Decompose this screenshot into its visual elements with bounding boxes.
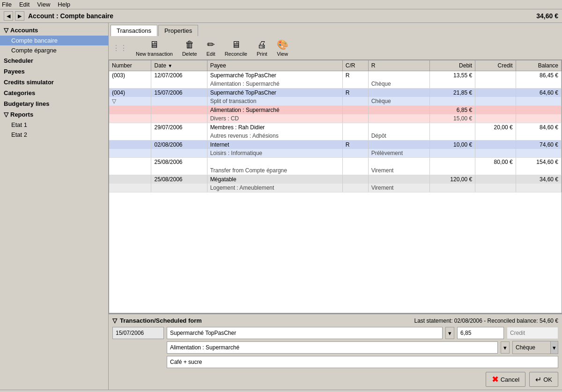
table-cell: Alimentation : Supermarché [207, 80, 342, 89]
table-cell [109, 114, 151, 123]
sidebar-item-etat2[interactable]: Etat 2 [0, 130, 108, 140]
print-icon: 🖨 [257, 39, 266, 50]
table-row[interactable]: Logement : AmeublementVirement [109, 184, 562, 192]
sidebar-payees[interactable]: Payees [0, 66, 108, 77]
table-row[interactable]: Alimentation : SupermarchéChèque [109, 80, 562, 89]
table-row[interactable]: Transfer from Compte épargneVirement [109, 166, 562, 175]
page-title: Account : Compte bancaire [28, 12, 536, 20]
menu-help[interactable]: Help [58, 1, 70, 8]
table-cell: 10,00 € [429, 141, 475, 149]
table-cell [475, 71, 516, 80]
tabs: Transactions Properties [109, 23, 562, 36]
table-cell: 84,60 € [516, 123, 561, 132]
table-cell [368, 106, 429, 115]
nav-back-button[interactable]: ◀ [4, 11, 13, 21]
menu-view[interactable]: View [37, 1, 50, 8]
table-row[interactable]: Autres revenus : AdhésionsDépôt [109, 132, 562, 141]
table-row[interactable]: Loisirs : InformatiquePrélèvement [109, 149, 562, 158]
table-cell [429, 97, 475, 106]
category-input[interactable] [167, 341, 498, 354]
credit-input[interactable] [507, 327, 558, 339]
main-layout: ▽ Accounts Compte bancaire Compte épargn… [0, 23, 562, 390]
table-cell: 74,60 € [516, 141, 561, 149]
cancel-button[interactable]: ✖ Cancel [486, 372, 525, 387]
table-cell [475, 97, 516, 106]
payee-input[interactable] [167, 327, 443, 339]
col-date[interactable]: Date ▼ [151, 60, 207, 71]
table-row[interactable]: 29/07/2006Membres : Rah Didier20,00 €84,… [109, 123, 562, 132]
titlebar-nav: ◀ ▶ [4, 11, 24, 21]
reconcile-label: Reconcile [225, 51, 247, 57]
menubar: File Edit View Help [0, 0, 562, 9]
payment-method-dropdown-arrow[interactable]: ▾ [550, 341, 558, 354]
table-cell [475, 114, 516, 123]
table-cell [475, 149, 516, 158]
table-cell: Dépôt [368, 132, 429, 141]
sidebar-item-compte-bancaire[interactable]: Compte bancaire [0, 36, 108, 45]
table-row[interactable]: 25/08/200680,00 €154,60 € [109, 158, 562, 167]
reconcile-button[interactable]: 🖥 Reconcile [222, 38, 250, 58]
view-button[interactable]: 🎨 View [274, 38, 291, 58]
payment-method-container: ▾ [512, 341, 558, 354]
table-cell: 12/07/2006 [151, 71, 207, 80]
print-label: Print [257, 51, 267, 57]
tab-properties[interactable]: Properties [158, 25, 198, 36]
table-cell [516, 114, 561, 123]
edit-button[interactable]: ✏ Edit [204, 38, 218, 58]
sidebar-categories[interactable]: Categories [0, 88, 108, 98]
sidebar-credits-simulator[interactable]: Credits simulator [0, 77, 108, 88]
table-cell: Internet [207, 141, 342, 149]
table-cell: 02/08/2006 [151, 141, 207, 149]
new-transaction-button[interactable]: 🖥 New transaction [133, 38, 176, 58]
table-row[interactable]: ▽Split of transactionChèque [109, 97, 562, 106]
table-cell [109, 175, 151, 184]
sidebar-section-reports[interactable]: ▽ Reports [0, 109, 108, 120]
col-debit: Debit [429, 60, 475, 71]
table-cell [109, 166, 151, 175]
table-cell [475, 80, 516, 89]
transactions-table-container[interactable]: Number Date ▼ Payee C/R R Debit Credit B… [109, 60, 562, 313]
table-row[interactable]: (004)15/07/2006Supermarché TopPasCherR21… [109, 89, 562, 97]
payee-dropdown-arrow[interactable]: ▾ [445, 327, 454, 339]
table-cell [109, 123, 151, 132]
table-cell [109, 184, 151, 192]
table-row[interactable]: 02/08/2006InternetR10,00 €74,60 € [109, 141, 562, 149]
table-row[interactable]: Alimentation : Supermarché6,85 € [109, 106, 562, 115]
ok-button[interactable]: ↵ OK [529, 372, 558, 387]
table-row[interactable]: (003)12/07/2006Supermarché TopPasCherR13… [109, 71, 562, 80]
tab-transactions[interactable]: Transactions [111, 25, 157, 36]
table-row[interactable]: 25/08/2006Mégatable120,00 €34,60 € [109, 175, 562, 184]
sidebar-scheduler[interactable]: Scheduler [0, 55, 108, 66]
date-sort-icon: ▼ [168, 63, 172, 68]
table-cell: Alimentation : Supermarché [207, 106, 342, 115]
sidebar-item-etat1[interactable]: Etat 1 [0, 120, 108, 130]
payment-method-input[interactable] [513, 341, 550, 354]
table-cell: Virement [368, 184, 429, 192]
form-collapse-icon[interactable]: ▽ [112, 317, 117, 324]
memo-input[interactable] [167, 356, 558, 368]
table-cell [516, 149, 561, 158]
nav-forward-button[interactable]: ▶ [15, 11, 24, 21]
table-cell: 25/08/2006 [151, 175, 207, 184]
print-button[interactable]: 🖨 Print [254, 38, 270, 58]
table-cell [109, 106, 151, 115]
menu-edit[interactable]: Edit [19, 1, 30, 8]
table-cell: 15/07/2006 [151, 89, 207, 97]
col-balance: Balance [516, 60, 561, 71]
table-cell: 120,00 € [429, 175, 475, 184]
date-input[interactable] [112, 327, 164, 339]
table-cell [342, 97, 368, 106]
table-row[interactable]: Divers : CD15,00 € [109, 114, 562, 123]
category-dropdown-arrow[interactable]: ▾ [501, 341, 510, 354]
table-cell: (004) [109, 89, 151, 97]
sidebar-item-compte-epargne[interactable]: Compte épargne [0, 45, 108, 55]
menu-file[interactable]: File [2, 1, 12, 8]
table-cell: 20,00 € [475, 123, 516, 132]
amount-input[interactable] [457, 327, 504, 339]
table-cell [151, 114, 207, 123]
sidebar-section-accounts[interactable]: ▽ Accounts [0, 25, 108, 36]
sidebar-budgetary-lines[interactable]: Budgetary lines [0, 98, 108, 109]
delete-button[interactable]: 🗑 Delete [179, 38, 200, 58]
table-cell: Logement : Ameublement [207, 184, 342, 192]
table-cell [342, 175, 368, 184]
